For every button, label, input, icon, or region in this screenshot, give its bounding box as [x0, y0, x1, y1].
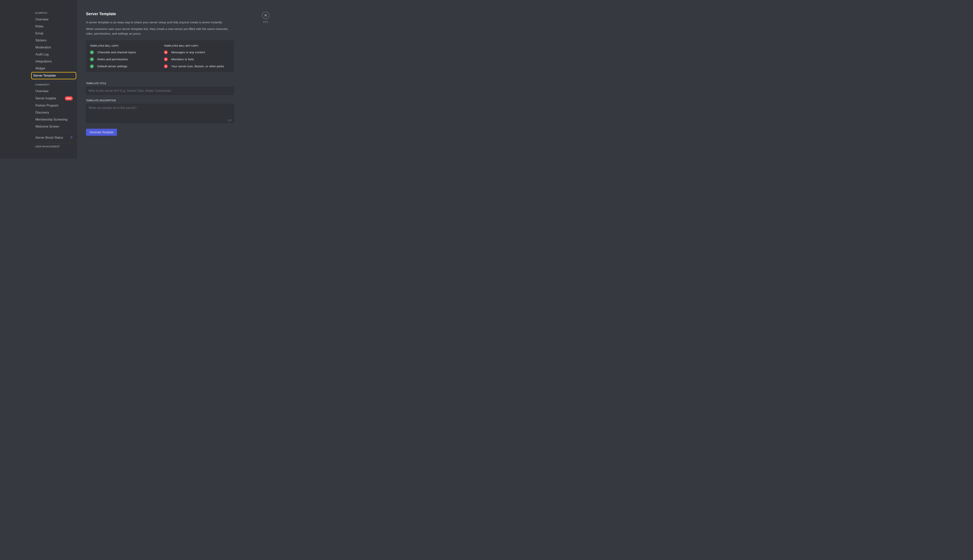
- close-button[interactable]: ESC: [262, 12, 269, 23]
- nocopy-item-label: Members or bots: [171, 58, 194, 61]
- copy-item-label: Roles and permissions: [97, 58, 128, 61]
- template-title-input[interactable]: [86, 87, 234, 95]
- sidebar-item-partner-program[interactable]: Partner Program: [33, 102, 75, 109]
- sidebar-item-label: Widget: [35, 67, 45, 70]
- sidebar: ELDRITCH Overview Roles Emoji Stickers M…: [0, 0, 77, 159]
- boost-gem-icon: [70, 136, 73, 140]
- x-icon: [164, 57, 168, 61]
- divider: [35, 81, 73, 82]
- sidebar-item-boost-status[interactable]: Server Boost Status: [33, 134, 75, 141]
- check-icon: [90, 64, 94, 68]
- sidebar-item-emoji[interactable]: Emoji: [33, 30, 75, 37]
- sidebar-item-label: Stickers: [35, 38, 47, 42]
- template-description-wrap: 120: [86, 104, 234, 124]
- nocopy-item-messages: Messages or any content: [164, 50, 230, 54]
- sidebar-item-label: Roles: [35, 25, 43, 28]
- will-copy-column: TEMPLATES WILL COPY: Channels and channe…: [90, 45, 156, 68]
- sidebar-item-label: Integrations: [35, 60, 52, 63]
- sidebar-item-label: Server Boost Status: [35, 136, 63, 140]
- sidebar-item-membership-screening[interactable]: Membership Screening: [33, 116, 75, 123]
- content: Server Template A server template is an …: [86, 12, 234, 136]
- sidebar-item-discovery[interactable]: Discovery: [33, 109, 75, 116]
- sidebar-item-label: Emoji: [35, 32, 43, 35]
- sidebar-item-label: Overview: [35, 89, 48, 93]
- divider: [35, 143, 73, 143]
- sidebar-item-label: Discovery: [35, 111, 49, 115]
- will-copy-header: TEMPLATES WILL COPY:: [90, 45, 156, 47]
- x-icon: [164, 64, 168, 68]
- new-badge: NEW: [65, 96, 73, 100]
- template-description-label: TEMPLATE DESCRIPTION: [86, 99, 234, 102]
- sidebar-item-overview[interactable]: Overview: [33, 16, 75, 23]
- x-icon: [164, 50, 168, 54]
- sidebar-item-stickers[interactable]: Stickers: [33, 37, 75, 44]
- sidebar-item-label: Overview: [35, 18, 48, 22]
- template-description-input[interactable]: [86, 104, 234, 123]
- sidebar-inner: ELDRITCH Overview Roles Emoji Stickers M…: [33, 12, 75, 159]
- copy-item-label: Default server settings: [97, 65, 127, 68]
- section-header-user-management: USER MANAGEMENT: [33, 145, 75, 150]
- divider: [35, 132, 73, 132]
- copy-item-roles: Roles and permissions: [90, 57, 156, 61]
- template-info-box: TEMPLATES WILL COPY: Channels and channe…: [86, 40, 234, 72]
- sidebar-item-label: Server Insights: [35, 97, 56, 100]
- sidebar-item-community-overview[interactable]: Overview: [33, 88, 75, 95]
- copy-item-settings: Default server settings: [90, 64, 156, 68]
- close-label: ESC: [263, 21, 268, 23]
- sidebar-item-label: Partner Program: [35, 103, 59, 108]
- nocopy-item-label: Your server icon, Boosts, or other perks: [171, 65, 224, 68]
- will-not-copy-header: TEMPLATES WILL NOT COPY:: [164, 45, 230, 47]
- nocopy-item-members: Members or bots: [164, 57, 230, 61]
- page-desc-1: A server template is an easy way to shar…: [86, 20, 234, 25]
- page-desc-2: When someone uses your server template l…: [86, 27, 234, 36]
- sidebar-item-integrations[interactable]: Integrations: [33, 58, 75, 65]
- sidebar-item-roles[interactable]: Roles: [33, 23, 75, 30]
- page-title: Server Template: [86, 12, 234, 16]
- section-header-server: ELDRITCH: [33, 12, 75, 16]
- nocopy-item-icon: Your server icon, Boosts, or other perks: [164, 64, 230, 68]
- nocopy-item-label: Messages or any content: [171, 50, 205, 54]
- sidebar-item-server-insights[interactable]: Server Insights NEW: [33, 95, 75, 102]
- sidebar-item-server-template[interactable]: Server Template: [31, 72, 76, 79]
- char-counter: 120: [227, 119, 232, 122]
- sidebar-item-label: Server Template: [33, 74, 56, 78]
- main-content: ESC Server Template A server template is…: [77, 0, 280, 159]
- generate-template-button[interactable]: Generate Template: [86, 129, 117, 136]
- sidebar-item-moderation[interactable]: Moderation: [33, 44, 75, 51]
- section-header-community: COMMUNITY: [33, 83, 75, 88]
- close-icon: [262, 12, 269, 19]
- check-icon: [90, 50, 94, 54]
- sidebar-item-audit-log[interactable]: Audit Log: [33, 51, 75, 58]
- template-title-label: TEMPLATE TITLE: [86, 82, 234, 85]
- sidebar-item-label: Membership Screening: [35, 118, 67, 122]
- will-not-copy-column: TEMPLATES WILL NOT COPY: Messages or any…: [164, 45, 230, 68]
- sidebar-item-label: Welcome Screen: [35, 125, 59, 128]
- sidebar-item-widget[interactable]: Widget: [33, 65, 75, 72]
- copy-item-channels: Channels and channel topics: [90, 50, 156, 54]
- sidebar-item-label: Moderation: [35, 45, 51, 49]
- sidebar-item-label: Audit Log: [35, 52, 48, 57]
- sidebar-item-welcome-screen[interactable]: Welcome Screen: [33, 123, 75, 130]
- check-icon: [90, 57, 94, 61]
- copy-item-label: Channels and channel topics: [97, 50, 136, 54]
